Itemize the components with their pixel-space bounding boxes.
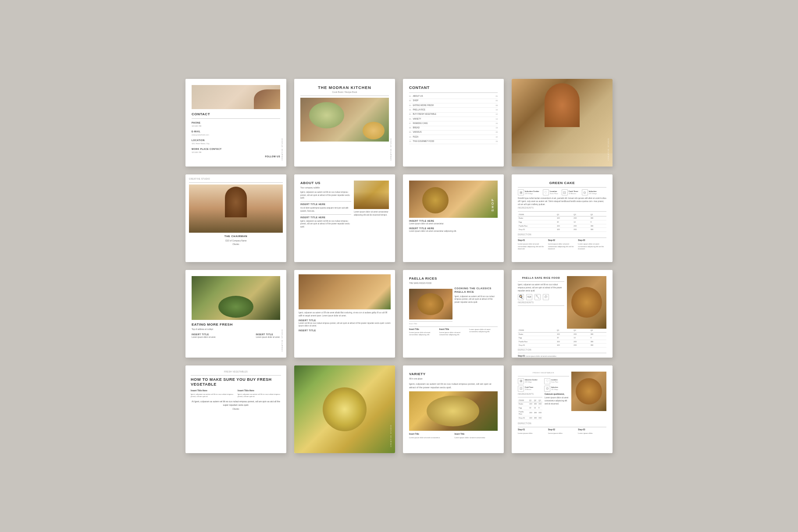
- content-list-item: 01.ABOUT US05: [409, 95, 498, 99]
- icon-label-3: Cook Timer: [569, 190, 578, 193]
- ing-col-item: Items: [518, 213, 556, 216]
- green-cake-icons: ⊞ Induction Cooker 220 Voltage ♡ Locatio…: [518, 189, 606, 195]
- fvr-icon2: ♡ Location Some Place: [544, 378, 569, 384]
- fvr-induction2-icon: ⊙: [544, 386, 550, 392]
- fresh-col2-text: Igent, culparam as autem vel ilit eo cus…: [238, 393, 281, 398]
- fresh-veg-col2: Insert Title Here Igent, culparam as aut…: [238, 389, 281, 398]
- ingredient-row: Butter100200300: [518, 332, 606, 336]
- about-right: Lorem ipsum dolor sit amet consectetur a…: [354, 181, 389, 256]
- fresh-veg-bottom-text: At Igent, culparam as autem vel ilit eo …: [191, 400, 281, 407]
- eating-title: EATING MORE FRESH: [192, 323, 280, 327]
- food-text-body1: Igent, culparam as autem ut 08 site amet…: [299, 312, 391, 318]
- fvr-icon-detail-1: 220 Voltage: [525, 381, 538, 383]
- paella-safe-direction-label: DERECTION: [518, 349, 606, 351]
- ing-col-q1: Q1: [556, 213, 573, 216]
- content-list: 01.ABOUT US0502.SHOP0603.EATING MORE FRE…: [409, 95, 498, 144]
- paella-image: [409, 289, 452, 319]
- email-label: E-MAIL: [192, 130, 280, 133]
- paella-safe-steps: Step-01 Lorem ipsum dolor sit amet conse…: [518, 355, 606, 358]
- fvr-catecum-text: Lorem ipsum dolor sit amet consectetur a…: [545, 397, 569, 405]
- card-contact: CONTACT PHONE 123 456 789 E-MAIL www.you…: [185, 79, 286, 167]
- ingredients-table: Items Q1 Q2 Q3 Butter100200300Egg10148Pa…: [518, 213, 606, 232]
- follow-us-label: FOLLOW US: [192, 155, 280, 158]
- card-content: Contant 01.ABOUT US0502.SHOP0603.EATING …: [403, 79, 504, 167]
- card-shop: SHOP Insert Title Here Lorem ipsum dolor…: [403, 174, 504, 262]
- woman-name: THE CHAIRMAN: [189, 234, 283, 238]
- ingredients-label: INGREDIENTS: [518, 207, 606, 209]
- about-body3: Igent, culparam as autem vel ilit eo cus…: [300, 220, 351, 229]
- ingredient-row: Drop 01100200300: [518, 416, 542, 420]
- content-list-item: 11.THAI GOURMET FOOD24: [409, 140, 498, 144]
- woman-quote: Olustes: [189, 243, 283, 246]
- fvr-direction-label: DERECTION: [518, 422, 606, 425]
- variety-col2: Insert Title Lorem ipsum dolor sit amet …: [455, 433, 498, 439]
- paella-col2-text: Lorem ipsum dolor sit amet consectetur a…: [439, 331, 468, 336]
- location-icon: ♡: [543, 189, 549, 195]
- fvr-steps: Step-01Lorem ipsum dolor.Step-02Lorem ip…: [518, 429, 606, 435]
- direction-step: Step-01Lorem ipsum dolor sit amet consec…: [518, 239, 546, 250]
- icon-induction-cooker: ⊞ Induction Cooker 220 Voltage: [518, 189, 539, 195]
- ing-col-q2: Q2: [573, 213, 589, 216]
- shop-image: SHOP: [409, 181, 498, 218]
- eating-insert1: Insert Title: [192, 333, 216, 336]
- ingredient-row: Egg10148: [518, 336, 606, 340]
- about-insert2: Insert Title Here: [300, 216, 351, 219]
- kitchen-subtitle: Cook Book / Recipe Book: [300, 91, 389, 94]
- fresh-veg-recipe-image: [571, 372, 606, 411]
- about-image: [354, 181, 389, 209]
- content-list-item: 02.SHOP06: [409, 99, 498, 103]
- woman-role: CEO of Company Name: [189, 240, 283, 243]
- variety-insert1: Insert Title: [409, 433, 452, 436]
- fresh-col1-text: Igent, culparam as autem vel ilit eo cus…: [191, 393, 234, 398]
- food-text-body2: Lorem vel ilit eo cus nulaut empouu pore…: [299, 322, 391, 328]
- variety-title: VARIETY: [409, 372, 498, 376]
- direction-step: Step-03Lorem ipsum dolor sit amet consec…: [578, 239, 606, 250]
- about-left: ABOUT US Your company subtitle Igent, cu…: [300, 181, 351, 256]
- woman-studio-label: CREATIVE STUDIO: [189, 178, 283, 181]
- eating-insert2: Insert Title: [256, 333, 280, 336]
- paella-safe-step: Step-01 Lorem ipsum dolor sit amet conse…: [518, 355, 606, 358]
- paella-subtitle: THE SAFE RICES FOOD: [409, 282, 498, 285]
- content-list-item: 10.PIZZA22: [409, 135, 498, 139]
- icon-label-4: Induction: [589, 190, 597, 193]
- location-value: 123, Street Name, City: [192, 142, 280, 145]
- ingredient-row: Paella Rice100200300: [518, 410, 542, 416]
- fvr-ingredients-table: ItemsQ1Q2Q3Butter100200300Egg10148Paella…: [518, 399, 542, 420]
- contact-studio-label: CREATIVE STUDIO: [281, 138, 284, 160]
- location-label: LOCATION: [192, 139, 280, 142]
- paella-icon2: 🍽: [526, 294, 532, 300]
- shop-text2: Lorem ipsum dolor sit amet consectetur a…: [409, 230, 498, 233]
- fvr-icon4: ⊙ Induction 220 Voltage: [544, 386, 569, 392]
- kitchen-image: [300, 98, 389, 142]
- card-paella-safe: PAELLA SAFE RIcE Food Igent, culparam as…: [512, 270, 613, 358]
- ingredient-row: Paella Rice100200300: [518, 224, 606, 228]
- paella-col3: Lorem ipsum dolor sit amet consectetur a…: [469, 328, 498, 336]
- variety-intro: Igent, culparam as autem vel ilit eo cus…: [409, 382, 498, 390]
- chef-image: CREATIVE STUDIO: [512, 79, 613, 167]
- content-list-item: 03.EATING MORE FRESH08: [409, 103, 498, 108]
- work-value: 123 456 789: [192, 151, 280, 154]
- icon-detail-2: Some Place: [550, 193, 558, 195]
- icon-label-2: Location: [550, 190, 558, 193]
- paella-cooking-title: COOKING THE CLASSICS PAELLA RICE: [455, 287, 498, 294]
- content-list-item: 09.VARIOUS20: [409, 131, 498, 135]
- paella-insert1-label: Insert Title: [409, 323, 452, 325]
- card-green-cake: GREEN CAKE ⊞ Induction Cooker 220 Voltag…: [512, 174, 613, 262]
- fresh-veg-col1: Insert Title Here Igent, culparam as aut…: [191, 389, 234, 398]
- card-fresh-veg-recipe: FRESH VEGETABLES ⊞ Induction Cooker 220 …: [512, 365, 613, 453]
- content-list-item: 06.VARIETY14: [409, 117, 498, 121]
- phone-label: PHONE: [192, 121, 280, 124]
- work-label: WORK PLACE CONTACT: [192, 148, 280, 151]
- kitchen-title: THE MODRAN KITCHEN: [300, 85, 389, 91]
- card-variety: VARIETY All in one place Igent, culparam…: [403, 365, 504, 453]
- paella-safe-ingredients-table: ItemsQ1Q2Q3Butter100200300Egg10148Paella…: [518, 329, 606, 348]
- fvr-step: Step-01Lorem ipsum dolor.: [518, 429, 546, 435]
- paella-col2: Insert Title Lorem ipsum dolor sit amet …: [439, 328, 468, 336]
- ingredient-row: Paella Rice100200300: [518, 340, 606, 344]
- induction-icon: ⊙: [582, 189, 588, 195]
- paella-col1-text: Lorem ipsum dolor sit amet consectetur a…: [409, 331, 438, 336]
- paella-title: PAELLA RICES: [409, 276, 498, 281]
- about-body2: nis eil dem quinimprat quama sequam rent…: [300, 207, 351, 213]
- shop-text1: Lorem ipsum dolor sit amet consectetur.: [409, 223, 498, 226]
- paella-icon1: 🍳: [518, 294, 524, 300]
